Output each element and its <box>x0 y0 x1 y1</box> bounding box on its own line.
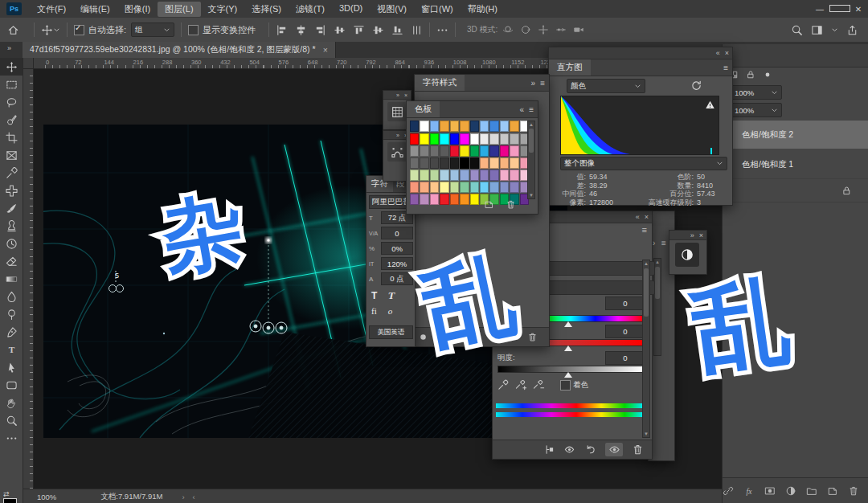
swatch[interactable] <box>470 194 479 205</box>
tsume-field[interactable]: 0% <box>381 242 413 255</box>
align-center-h-icon[interactable] <box>295 24 307 36</box>
swatch[interactable] <box>430 133 439 145</box>
scrollbar[interactable]: ▲▼ <box>527 121 535 199</box>
swatch[interactable] <box>480 157 489 169</box>
swatch[interactable] <box>410 194 419 205</box>
frame-tool[interactable] <box>0 146 23 164</box>
eyedropper-subtract-icon[interactable] <box>533 378 545 391</box>
recent-swatch[interactable] <box>480 121 489 132</box>
panel-menu-icon[interactable]: ≡ <box>642 225 647 235</box>
type-tool[interactable]: T <box>0 341 23 358</box>
recent-swatch[interactable] <box>510 121 518 132</box>
recent-swatch[interactable] <box>470 121 479 132</box>
panel-menu-icon[interactable]: ≡ <box>529 105 534 114</box>
swatch[interactable] <box>430 170 439 181</box>
swatch[interactable] <box>480 133 489 145</box>
fill-dropdown[interactable]: 100% <box>731 103 782 117</box>
align-left-icon[interactable] <box>276 24 288 36</box>
chevron-down-icon[interactable] <box>469 332 479 342</box>
pen-tool[interactable] <box>0 323 23 341</box>
tool-preset-chevron-icon[interactable] <box>53 27 60 34</box>
show-transform-checkbox[interactable] <box>188 25 199 35</box>
delete-style-icon[interactable] <box>527 332 538 342</box>
collapse-icon[interactable]: « <box>636 213 640 221</box>
marquee-tool[interactable] <box>0 76 23 93</box>
swatch[interactable] <box>440 145 448 157</box>
menu-item-1[interactable]: 文件(F) <box>30 2 73 17</box>
auto-select-checkbox[interactable] <box>74 25 84 35</box>
view-previous-state-icon[interactable] <box>563 444 575 456</box>
swatch[interactable] <box>489 133 498 145</box>
recent-swatch[interactable] <box>450 121 459 132</box>
reset-icon[interactable] <box>584 444 596 456</box>
quick-selection-tool[interactable] <box>0 111 23 129</box>
swatch[interactable] <box>460 170 469 181</box>
faux-bold-button[interactable]: T <box>371 290 377 302</box>
ligatures-button[interactable]: fi <box>371 306 377 316</box>
hue-slider-thumb[interactable] <box>564 321 572 327</box>
swatch[interactable] <box>460 145 469 157</box>
recent-swatch[interactable] <box>420 121 428 132</box>
swatch[interactable] <box>440 170 448 181</box>
close-icon[interactable]: × <box>645 213 649 221</box>
swatch[interactable] <box>410 133 419 145</box>
collapse-icon[interactable]: « <box>716 49 720 57</box>
visibility-toggle[interactable] <box>605 443 623 456</box>
histogram-channel-dropdown[interactable]: 颜色 <box>567 79 645 93</box>
panel-menu-icon[interactable]: ≡ <box>540 79 545 88</box>
toolbar-collapse-icon[interactable]: » <box>7 44 11 52</box>
swatch[interactable] <box>450 170 459 181</box>
tab-histogram[interactable]: 直方图 <box>549 59 591 76</box>
swatch[interactable] <box>420 182 428 193</box>
collapse-icon[interactable]: « <box>520 105 525 114</box>
eraser-tool[interactable] <box>0 252 23 270</box>
swatch[interactable] <box>480 182 489 193</box>
edit-toolbar[interactable] <box>0 429 23 447</box>
menu-item-10[interactable]: 窗口(W) <box>414 2 461 17</box>
lock-icon[interactable] <box>746 70 755 80</box>
hue-value[interactable]: 0 <box>605 296 645 310</box>
recent-swatch[interactable] <box>500 121 509 132</box>
healing-brush-tool[interactable] <box>0 182 23 199</box>
workspace-icon[interactable] <box>811 24 823 36</box>
menu-item-11[interactable]: 帮助(H) <box>461 2 505 17</box>
delete-swatch-icon[interactable] <box>506 199 516 210</box>
panel-menu-icon[interactable]: ≡ <box>661 239 666 247</box>
adjustments-button[interactable] <box>675 243 699 267</box>
gradient-tool[interactable] <box>0 270 23 288</box>
expand-icon[interactable]: » <box>690 231 694 239</box>
swatch[interactable] <box>510 133 518 145</box>
lightness-slider-thumb[interactable] <box>564 372 572 378</box>
recent-swatch[interactable] <box>430 121 439 132</box>
swatch[interactable] <box>430 194 439 205</box>
alternates-button[interactable]: o <box>388 306 393 316</box>
histogram-source-dropdown[interactable]: 整个图像 <box>560 157 727 170</box>
pan-3d-icon[interactable] <box>538 24 549 35</box>
swatch[interactable] <box>430 145 439 157</box>
recent-swatch[interactable] <box>410 121 419 132</box>
menu-item-4[interactable]: 图层(L) <box>158 2 200 17</box>
new-swatch-icon[interactable] <box>484 199 494 210</box>
scrollbar[interactable]: ▲▼ <box>642 260 650 438</box>
home-icon[interactable] <box>7 24 19 36</box>
collapse-icon[interactable]: » <box>531 79 536 88</box>
swatch[interactable] <box>510 182 518 193</box>
swatch[interactable] <box>460 133 469 145</box>
crop-tool[interactable] <box>0 129 23 146</box>
close-icon[interactable]: × <box>725 49 729 57</box>
eyedropper-add-icon[interactable] <box>515 378 527 391</box>
shape-tool[interactable] <box>0 376 23 394</box>
style-options-icon[interactable] <box>452 332 462 342</box>
kerning-field[interactable]: 0 <box>381 227 413 239</box>
swatch[interactable] <box>440 133 448 145</box>
document-tab[interactable]: 47d16f57997723.59ebe30242831.jpg @ 100% … <box>23 42 336 58</box>
swatch[interactable] <box>450 145 459 157</box>
background-layer-row[interactable] <box>723 179 868 202</box>
dot-icon[interactable] <box>763 70 772 80</box>
align-right-icon[interactable] <box>314 24 326 36</box>
swatch[interactable] <box>510 157 518 169</box>
eyedropper-icon[interactable] <box>497 378 510 391</box>
align-middle-icon[interactable] <box>372 24 384 36</box>
recent-swatch[interactable] <box>440 121 448 132</box>
close-icon[interactable]: × <box>699 231 703 239</box>
